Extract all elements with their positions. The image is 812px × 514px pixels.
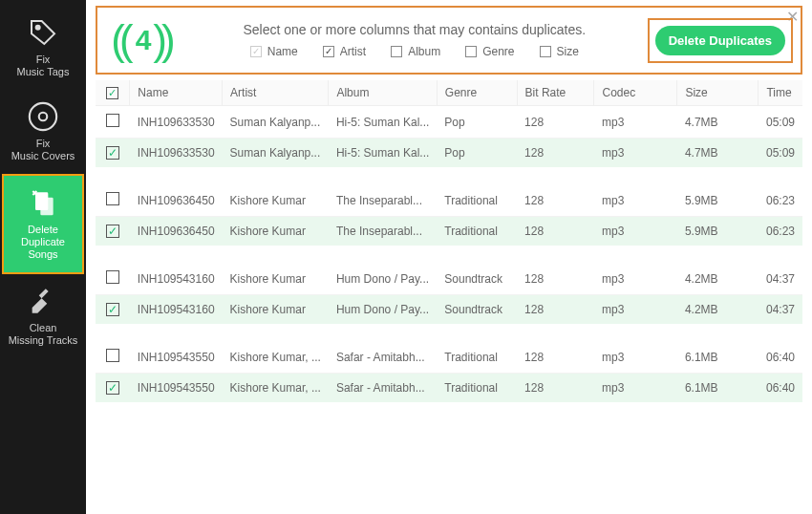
cell-genre: Traditional: [437, 374, 517, 403]
cell-size: 5.9MB: [677, 217, 759, 246]
duplicate-count-badge: (( 4 )): [105, 13, 182, 67]
filter-label: Name: [267, 45, 298, 58]
cell-genre: Pop: [437, 106, 517, 139]
cell-name: INH109633530: [130, 139, 223, 168]
checkbox-icon: [106, 114, 119, 127]
checkbox-icon: [106, 270, 119, 284]
sidebar-item-delete-duplicate-songs[interactable]: Delete Duplicate Songs: [2, 174, 84, 274]
broom-icon: [26, 284, 60, 318]
checkbox-icon: [465, 46, 477, 57]
column-header-time[interactable]: Time: [759, 80, 802, 106]
cell-time: 04:37: [759, 295, 802, 325]
delete-duplicates-button[interactable]: Delete Duplicates: [655, 26, 785, 55]
sidebar-item-label: Fix Music Tags: [17, 54, 70, 78]
sidebar: Fix Music TagsFix Music CoversDelete Dup…: [0, 0, 86, 514]
table-row[interactable]: INH109636450Kishore KumarThe Inseparabl.…: [96, 184, 802, 217]
column-header-bit-rate[interactable]: Bit Rate: [517, 80, 594, 106]
cell-album: Safar - Amitabh...: [329, 374, 437, 403]
column-header-name[interactable]: Name: [130, 80, 223, 106]
cell-album: The Inseparabl...: [329, 217, 437, 246]
cell-time: 05:09: [759, 106, 802, 139]
cell-name: INH109633530: [130, 106, 223, 139]
cell-bit-rate: 128: [517, 341, 594, 374]
table-row[interactable]: ✓INH109543160Kishore KumarHum Dono / Pay…: [96, 295, 802, 325]
table-row[interactable]: INH109633530Suman Kalyanp...Hi-5: Suman …: [96, 106, 802, 139]
filter-artist[interactable]: ✓Artist: [323, 45, 366, 58]
cell-bit-rate: 128: [517, 295, 594, 325]
cell-time: 05:09: [759, 139, 802, 168]
row-checkbox[interactable]: ✓: [96, 374, 130, 403]
cell-codec: mp3: [594, 217, 677, 246]
column-header-artist[interactable]: Artist: [223, 80, 329, 106]
cell-genre: Pop: [437, 139, 517, 168]
cell-name: INH109543160: [130, 295, 223, 325]
column-header-size[interactable]: Size: [677, 80, 759, 106]
row-checkbox[interactable]: [96, 263, 130, 295]
group-separator: [96, 246, 802, 263]
cell-genre: Traditional: [437, 184, 517, 217]
sidebar-item-clean-missing-tracks[interactable]: Clean Missing Tracks: [0, 274, 86, 358]
sidebar-item-label: Fix Music Covers: [11, 138, 75, 162]
filter-genre[interactable]: Genre: [465, 45, 514, 58]
cell-artist: Kishore Kumar: [223, 184, 329, 217]
checkbox-icon: ✓: [250, 46, 262, 57]
cell-bit-rate: 128: [517, 374, 594, 403]
cell-genre: Soundtrack: [437, 263, 517, 295]
cell-codec: mp3: [594, 374, 677, 403]
instruction-text: Select one or more columns that may cont…: [243, 22, 586, 37]
table-row[interactable]: ✓INH109636450Kishore KumarThe Inseparabl…: [96, 217, 802, 246]
filter-name: ✓Name: [250, 45, 298, 58]
tag-icon: [26, 15, 60, 50]
sidebar-item-label: Delete Duplicate Songs: [8, 224, 78, 261]
cell-album: Hi-5: Suman Kal...: [329, 139, 437, 168]
row-checkbox[interactable]: [96, 106, 130, 139]
cell-time: 06:40: [759, 341, 802, 374]
sidebar-item-fix-music-covers[interactable]: Fix Music Covers: [0, 90, 86, 174]
cell-artist: Suman Kalyanp...: [223, 139, 329, 168]
cell-name: INH109636450: [130, 184, 223, 217]
row-checkbox[interactable]: ✓: [96, 217, 130, 246]
cell-name: INH109543550: [130, 341, 223, 374]
filter-label: Artist: [340, 45, 366, 58]
table-row[interactable]: INH109543160Kishore KumarHum Dono / Pay.…: [96, 263, 802, 295]
cell-size: 4.2MB: [677, 263, 759, 295]
filter-size[interactable]: Size: [540, 45, 579, 58]
cell-time: 06:23: [759, 217, 802, 246]
cell-bit-rate: 128: [517, 139, 594, 168]
table-row[interactable]: ✓INH109633530Suman Kalyanp...Hi-5: Suman…: [96, 139, 802, 168]
main-panel: ✕ (( 4 )) Select one or more columns tha…: [86, 0, 812, 514]
row-checkbox[interactable]: ✓: [96, 139, 130, 168]
checkbox-icon: ✓: [106, 303, 119, 316]
svg-point-0: [36, 26, 40, 30]
column-header-codec[interactable]: Codec: [594, 80, 677, 106]
cell-genre: Traditional: [437, 341, 517, 374]
filter-label: Genre: [482, 45, 514, 58]
row-checkbox[interactable]: [96, 341, 130, 374]
sidebar-item-label: Clean Missing Tracks: [9, 322, 78, 347]
checkbox-icon: [106, 192, 119, 205]
songs-table-wrap: ✓NameArtistAlbumGenreBit RateCodecSizeTi…: [86, 80, 812, 514]
cell-artist: Kishore Kumar: [223, 217, 329, 246]
row-checkbox[interactable]: ✓: [96, 295, 130, 325]
column-header-album[interactable]: Album: [329, 80, 437, 106]
group-separator: [96, 167, 802, 184]
cell-name: INH109636450: [130, 217, 223, 246]
table-row[interactable]: ✓INH109543550Kishore Kumar, ...Safar - A…: [96, 374, 802, 403]
cell-album: Hum Dono / Pay...: [329, 263, 437, 295]
filter-album[interactable]: Album: [391, 45, 440, 58]
cell-artist: Kishore Kumar, ...: [223, 374, 329, 403]
cell-codec: mp3: [594, 341, 677, 374]
cell-artist: Kishore Kumar: [223, 263, 329, 295]
cell-codec: mp3: [594, 139, 677, 168]
table-row[interactable]: INH109543550Kishore Kumar, ...Safar - Am…: [96, 341, 802, 374]
filter-label: Size: [557, 45, 579, 58]
cell-artist: Suman Kalyanp...: [223, 106, 329, 139]
column-header-genre[interactable]: Genre: [437, 80, 517, 106]
select-all-header[interactable]: ✓: [96, 80, 130, 106]
cell-size: 4.2MB: [677, 295, 759, 325]
disc-icon: [26, 99, 60, 134]
cell-size: 5.9MB: [677, 184, 759, 217]
row-checkbox[interactable]: [96, 184, 130, 217]
checkbox-icon: [391, 46, 402, 57]
sidebar-item-fix-music-tags[interactable]: Fix Music Tags: [0, 6, 86, 90]
